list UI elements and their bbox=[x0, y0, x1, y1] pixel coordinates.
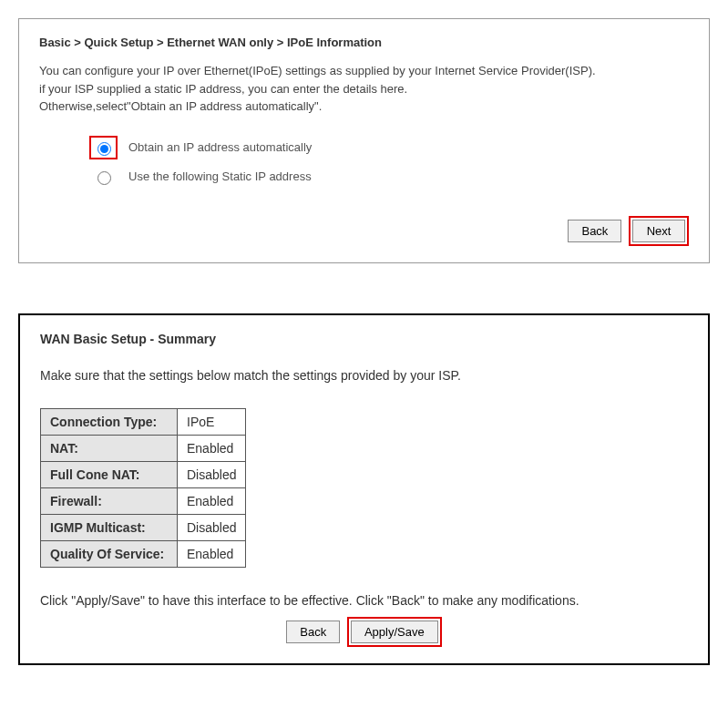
radio-row-static: Use the following Static IP address bbox=[89, 165, 689, 189]
summary-instruction: Make sure that the settings below match … bbox=[40, 368, 688, 383]
summary-value: Disabled bbox=[178, 514, 246, 540]
highlight-apply-button: Apply/Save bbox=[347, 617, 442, 647]
summary-label: NAT: bbox=[41, 435, 178, 461]
highlight-auto-radio bbox=[89, 136, 118, 159]
table-row: Firewall:Enabled bbox=[41, 487, 246, 514]
summary-label: IGMP Multicast: bbox=[41, 514, 178, 540]
summary-label: Quality Of Service: bbox=[41, 540, 178, 567]
description-line-1: You can configure your IP over Ethernet(… bbox=[39, 64, 596, 77]
page-title: WAN Basic Setup - Summary bbox=[40, 332, 688, 346]
wan-summary-panel: WAN Basic Setup - Summary Make sure that… bbox=[18, 313, 710, 665]
back-button[interactable]: Back bbox=[568, 220, 621, 242]
description-line-2: if your ISP supplied a static IP address… bbox=[39, 82, 407, 96]
description-line-3: Otherwise,select"Obtain an IP address au… bbox=[39, 99, 322, 113]
ipoe-description: You can configure your IP over Ethernet(… bbox=[39, 62, 689, 116]
summary-value: IPoE bbox=[178, 408, 246, 435]
apply-save-button[interactable]: Apply/Save bbox=[351, 621, 438, 643]
ip-mode-radio-group: Obtain an IP address automatically Use t… bbox=[89, 136, 689, 189]
ipoe-button-row: Back Next bbox=[39, 216, 689, 246]
table-row: Full Cone NAT:Disabled bbox=[41, 461, 246, 487]
summary-value: Enabled bbox=[178, 435, 246, 461]
summary-label: Full Cone NAT: bbox=[41, 461, 178, 487]
highlight-next-button: Next bbox=[629, 216, 689, 246]
table-row: IGMP Multicast:Disabled bbox=[41, 514, 246, 540]
summary-button-row: Back Apply/Save bbox=[40, 617, 688, 647]
radio-static-ip[interactable] bbox=[97, 171, 111, 185]
ipoe-information-panel: Basic > Quick Setup > Ethernet WAN only … bbox=[18, 18, 710, 263]
next-button[interactable]: Next bbox=[632, 220, 685, 242]
table-row: Quality Of Service:Enabled bbox=[41, 540, 246, 567]
radio-auto-ip[interactable] bbox=[97, 142, 111, 156]
radio-static-label: Use the following Static IP address bbox=[128, 169, 312, 183]
apply-save-note: Click "Apply/Save" to have this interfac… bbox=[40, 593, 688, 608]
summary-value: Enabled bbox=[178, 487, 246, 514]
summary-label: Connection Type: bbox=[41, 408, 178, 435]
breadcrumb: Basic > Quick Setup > Ethernet WAN only … bbox=[39, 36, 689, 49]
radio-auto-label: Obtain an IP address automatically bbox=[128, 140, 312, 154]
summary-label: Firewall: bbox=[41, 487, 178, 514]
summary-table: Connection Type:IPoENAT:EnabledFull Cone… bbox=[40, 408, 246, 568]
summary-value: Disabled bbox=[178, 461, 246, 487]
summary-value: Enabled bbox=[178, 540, 246, 567]
back-button-summary[interactable]: Back bbox=[286, 621, 340, 643]
radio-row-auto: Obtain an IP address automatically bbox=[89, 136, 689, 159]
table-row: Connection Type:IPoE bbox=[41, 408, 246, 435]
table-row: NAT:Enabled bbox=[41, 435, 246, 461]
